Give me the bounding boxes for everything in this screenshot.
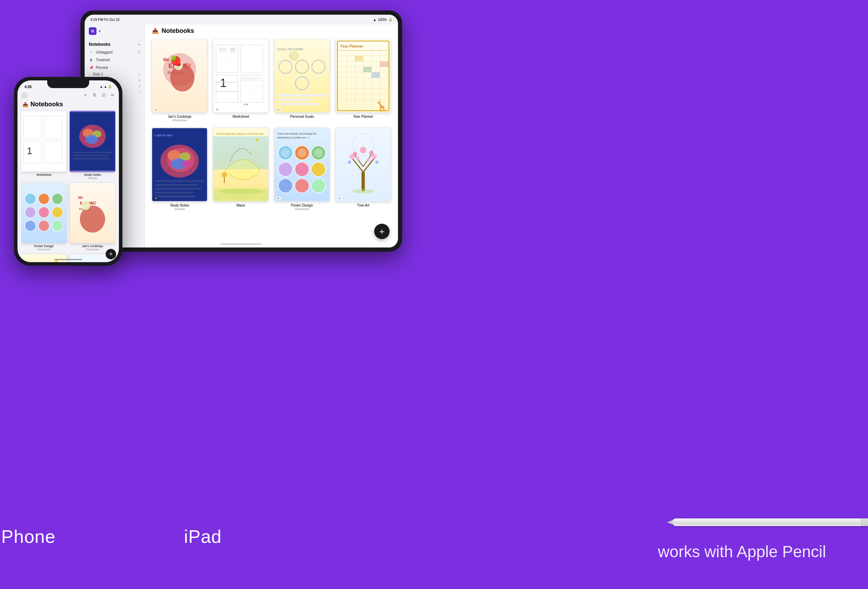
svg-text:Me: Me — [163, 57, 169, 62]
svg-rect-54 — [371, 72, 380, 78]
ipad-main: 📥 Notebooks Me EAT ME! Recipes — [145, 15, 398, 247]
iphone-status-icons: ▲ ▲ 🔋 — [100, 85, 112, 88]
svg-rect-53 — [363, 67, 372, 72]
svg-rect-123 — [72, 155, 108, 156]
notebook-cover-worksheet: 1 ◀ ▶ 5h — [213, 39, 269, 113]
main-title: Notebooks — [162, 27, 194, 35]
svg-point-132 — [25, 220, 36, 231]
notebook-title-study: Study Notes — [152, 203, 207, 207]
sample-count: 3 — [139, 85, 140, 88]
svg-text:🍓: 🍓 — [170, 54, 182, 67]
ipad-status-bar: 4:29 PM Fri Oct 15 ▲ 100% 🔋 — [85, 15, 398, 25]
iphone-toolbar-icons: ≡ ⇅ ☑ ✏ — [83, 92, 115, 98]
notebook-item-jans-cookings[interactable]: Me EAT ME! Recipes 🍓 4h Jan's Cookings S… — [152, 39, 207, 122]
iphone-pencil-icon[interactable]: ✏ — [110, 92, 115, 98]
ipad-screen: 4:29 PM Fri Oct 15 ▲ 100% 🔋 ≡ ⇅ ☑ ✏ N ▾ … — [85, 15, 398, 247]
svg-rect-20 — [242, 77, 261, 81]
untagged-count: 5 — [138, 50, 140, 54]
svg-point-129 — [25, 207, 36, 218]
iphone-list-icon[interactable]: ≡ — [83, 92, 88, 98]
pencil-seam — [693, 518, 694, 526]
sidebar-sub-item-dish1[interactable]: Dish 1 1 — [85, 71, 145, 77]
notebook-cover-tree-art: 5h — [335, 128, 391, 202]
iphone-title-poster: Poster Design — [21, 244, 67, 248]
svg-point-86 — [311, 162, 326, 177]
notebook-title-poster: Poster Design — [274, 203, 330, 207]
svg-rect-31 — [278, 99, 310, 101]
battery-percent: 100% — [378, 18, 387, 22]
svg-point-90 — [281, 149, 290, 157]
pinned-label: Pinned — [96, 65, 108, 69]
notebook-item-year-planner[interactable]: Year Planner — [335, 39, 391, 122]
iphone-home-indicator — [54, 259, 82, 260]
svg-rect-69 — [155, 196, 196, 197]
notebook-item-study-notes[interactable]: Lateral view — [152, 128, 207, 211]
notebook-item-worksheet[interactable]: 1 ◀ ▶ 5h Worksheet — [213, 39, 269, 122]
iphone-title-worksheet: Worksheet — [21, 173, 67, 177]
ipad-main-header: 📥 Notebooks — [145, 25, 398, 39]
iphone-notebook-study-notes[interactable]: Study Notes Sample — [69, 111, 115, 180]
sidebar-item-untagged[interactable]: ○ Untagged 5 — [85, 48, 145, 56]
sidebar-item-pinned[interactable]: 📌 Pinned — [85, 63, 145, 71]
notebook-item-poster-design[interactable]: Colour the Animals. And change the table… — [274, 128, 330, 211]
iphone-tag-poster: Showcase — [21, 248, 67, 251]
apple-pencil-text: works with Apple Pencil — [658, 542, 826, 561]
iphone-cover-worksheet: 1 — [21, 111, 67, 172]
notebooks-chevron[interactable]: ▾ — [139, 43, 140, 47]
svg-rect-65 — [155, 180, 204, 182]
time-badge-poster: 5h — [276, 197, 281, 200]
trashed-label: Trashed — [96, 58, 110, 62]
iphone-notebook-poster[interactable]: Poster Design Showcase — [21, 183, 67, 251]
iphone-add-button[interactable]: + — [106, 249, 116, 259]
ipad-sidebar-header: N ▾ — [85, 25, 145, 38]
iphone-content: ⬜ ≡ ⇅ ☑ ✏ 📥 Notebooks — [18, 91, 119, 262]
notebook-item-personal-goals[interactable]: GOAL TRACKER 5h Personal Goals — [274, 39, 330, 122]
svg-point-128 — [52, 193, 63, 204]
svg-text:Colour the Animals. And change: Colour the Animals. And change the — [278, 133, 316, 135]
iphone-notebook-maze[interactable]: ★ Maze — [21, 254, 67, 262]
svg-point-92 — [314, 149, 323, 157]
svg-point-84 — [278, 162, 293, 177]
iphone-title-study: Study Notes — [69, 173, 115, 177]
svg-rect-16 — [230, 47, 235, 52]
svg-text:★: ★ — [255, 137, 260, 143]
svg-rect-124 — [72, 158, 110, 159]
svg-rect-32 — [278, 103, 319, 105]
iphone-sidebar-toggle[interactable]: ⬜ — [21, 92, 27, 98]
iphone-notebook-grid: 1 Worksheet — [21, 111, 115, 262]
time-badge-tree: 5h — [337, 197, 342, 200]
pencil-body — [672, 518, 868, 526]
iphone-notebook-worksheet[interactable]: 1 Worksheet — [21, 111, 67, 180]
iphone-sort-icon[interactable]: ⇅ — [92, 92, 97, 98]
svg-point-139 — [80, 206, 105, 233]
svg-point-134 — [52, 220, 63, 231]
ipad-status-right: ▲ 100% 🔋 — [373, 18, 393, 22]
ipad-add-button[interactable]: + — [374, 224, 390, 239]
notebook-item-tree-art[interactable]: 5h Tree Art — [335, 128, 391, 211]
svg-point-109 — [375, 161, 378, 163]
svg-point-126 — [25, 193, 36, 204]
notebook-cover-personal-goals: GOAL TRACKER 5h — [274, 39, 330, 113]
iphone-section-title: 📥 Notebooks — [21, 101, 115, 108]
notebook-tag-jans: Showcase — [152, 118, 207, 122]
time-badge-study: 5h — [154, 197, 158, 200]
noteship-app-icon[interactable]: N — [89, 27, 96, 35]
svg-point-88 — [295, 179, 309, 193]
svg-point-91 — [298, 149, 306, 157]
ipad-label: iPad — [184, 526, 222, 547]
iphone-notebook-jans[interactable]: Me EAT ME! Recipes Jan's Cookings Showca… — [69, 183, 115, 251]
sidebar-item-trashed[interactable]: 🗑 Trashed — [85, 56, 145, 63]
notebooks-inbox-icon: 📥 — [152, 28, 159, 34]
svg-text:GOAL TRACKER: GOAL TRACKER — [278, 47, 303, 51]
dish1-label: Dish 1 — [93, 72, 103, 76]
iphone-check-icon[interactable]: ☑ — [101, 92, 106, 98]
notebook-item-maze[interactable]: Get through the space to reach the star … — [213, 128, 269, 211]
notebooks-label[interactable]: Notebooks — [89, 42, 111, 47]
svg-rect-122 — [72, 152, 112, 153]
notebook-title-year-planner: Year Planner — [335, 115, 391, 118]
iphone-label: iPhone — [0, 526, 56, 547]
svg-point-103 — [353, 152, 357, 156]
app-dropdown[interactable]: ▾ — [99, 29, 101, 34]
pin-icon: 📌 — [89, 66, 94, 69]
svg-point-106 — [356, 156, 360, 161]
